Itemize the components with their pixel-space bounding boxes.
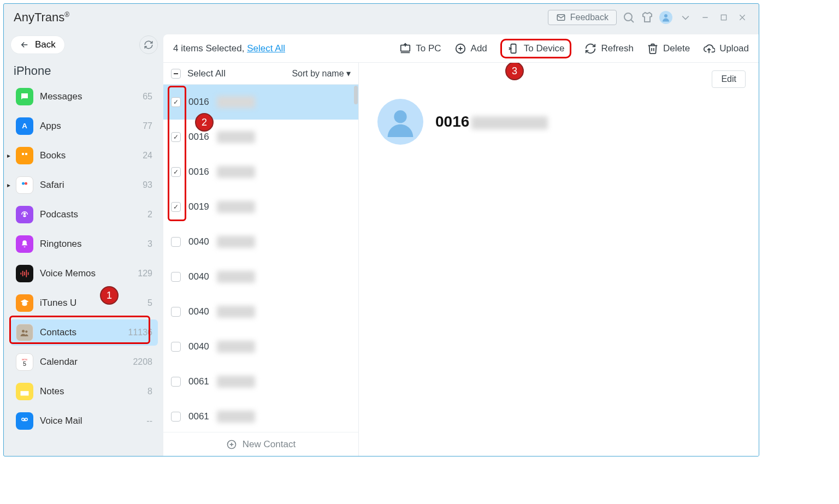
row-checkbox[interactable] [171,167,181,177]
row-checkbox[interactable] [171,97,181,107]
redacted-text [217,411,255,423]
profile-icon[interactable] [659,11,672,24]
voice-mail-icon [16,412,33,430]
sidebar-refresh-icon[interactable] [139,35,158,54]
books-icon [16,147,33,164]
to-pc-button[interactable]: To PC [399,43,441,55]
redacted-text [217,376,255,388]
sidebar-item-count: 5 [147,298,152,308]
contact-avatar [377,99,423,145]
ringtones-icon [16,235,33,253]
sidebar-item-label: Calendar [40,357,78,367]
svg-text:A: A [22,122,27,130]
sidebar-item-count: 77 [143,121,152,131]
select-all-checkbox[interactable] [171,69,181,79]
refresh-button[interactable]: Refresh [584,43,634,55]
toolbar: 4 items Selected, Select All To PC Add T… [163,34,759,63]
scrollbar-thumb[interactable] [354,86,358,104]
close-icon[interactable] [736,13,749,22]
sidebar-item-count: 129 [138,269,152,278]
contact-row[interactable]: 0040 [163,294,358,329]
sidebar-item-count: 2 [147,210,152,220]
dropdown-icon[interactable] [678,12,693,23]
sidebar-item-label: Podcasts [40,209,78,220]
titlebar: AnyTrans® Feedback [4,4,759,31]
contact-number: 0019 [188,201,209,212]
redacted-text [217,96,255,108]
contact-row[interactable]: 0016 [163,85,358,120]
back-button[interactable]: Back [10,35,65,54]
svg-rect-11 [25,153,27,155]
app-title-mark: ® [64,11,69,19]
svg-point-3 [664,14,667,17]
row-checkbox[interactable] [171,307,181,317]
contact-row[interactable]: 0040 [163,224,358,259]
sidebar-item-calendar[interactable]: MON5Calendar2208 [10,349,158,375]
redacted-text [217,236,255,248]
redacted-text [217,271,255,283]
sidebar-item-label: Contacts [40,327,76,338]
contact-number: 0040 [188,306,209,317]
svg-rect-5 [721,15,726,20]
app-window: AnyTrans® Feedback [3,3,759,456]
row-checkbox[interactable] [171,202,181,212]
sidebar-item-label: Safari [40,180,64,191]
sort-dropdown[interactable]: Sort by name ▾ [292,68,351,79]
row-checkbox[interactable] [171,377,181,387]
sidebar-item-podcasts[interactable]: Podcasts2 [10,201,158,228]
svg-rect-10 [22,153,24,155]
sidebar-item-label: Voice Memos [40,268,96,279]
maximize-icon[interactable] [717,13,730,22]
select-all-link[interactable]: Select All [247,43,285,54]
svg-point-20 [22,330,25,333]
sidebar-item-count: 93 [143,180,152,190]
feedback-button[interactable]: Feedback [548,10,617,25]
contact-row[interactable]: 0016 [163,155,358,189]
minimize-icon[interactable] [699,13,712,22]
redacted-text [217,341,255,353]
search-icon[interactable] [622,11,635,24]
row-checkbox[interactable] [171,272,181,282]
sidebar-item-voice-memos[interactable]: Voice Memos129 [10,260,158,287]
redacted-text [217,306,255,318]
contact-row[interactable]: 0061 [163,399,358,432]
svg-rect-25 [21,391,29,395]
row-checkbox[interactable] [171,342,181,352]
feedback-label: Feedback [570,13,608,22]
sidebar-item-safari[interactable]: ▸Safari93 [10,172,158,198]
row-checkbox[interactable] [171,237,181,247]
sidebar-item-label: iTunes U [40,298,76,309]
contact-row[interactable]: 0019 [163,189,358,224]
contact-row[interactable]: 0040 [163,259,358,294]
sidebar-item-itunes-u[interactable]: iTunes U5 [10,290,158,316]
contact-row[interactable]: 0016 [163,120,358,155]
add-button[interactable]: Add [454,43,487,55]
row-checkbox[interactable] [171,132,181,142]
sidebar-item-ringtones[interactable]: Ringtones3 [10,231,158,257]
redacted-text [217,131,255,143]
contact-number: 0016 [188,97,209,108]
sidebar-item-contacts[interactable]: Contacts11136 [10,319,158,346]
sidebar-item-books[interactable]: ▸Books24 [10,143,158,169]
sidebar-item-apps[interactable]: AApps77 [10,113,158,139]
sidebar-item-label: Messages [40,91,82,102]
new-contact-button[interactable]: New Contact [163,432,358,456]
skin-icon[interactable] [641,11,654,24]
contact-row[interactable]: 0061 [163,364,358,399]
upload-button[interactable]: Upload [703,43,749,55]
delete-button[interactable]: Delete [647,43,690,55]
sidebar-item-notes[interactable]: Notes8 [10,378,158,405]
contact-number: 0061 [188,411,209,422]
svg-text:5: 5 [23,360,26,367]
sidebar-item-voice-mail[interactable]: Voice Mail-- [10,408,158,434]
svg-point-12 [22,182,25,185]
contact-row[interactable]: 0040 [163,329,358,364]
row-checkbox[interactable] [171,412,181,422]
sidebar-item-messages[interactable]: Messages65 [10,84,158,110]
sidebar-item-label: Notes [40,386,64,397]
mail-icon [556,13,566,22]
edit-button[interactable]: Edit [712,70,746,88]
to-device-button[interactable]: To Device [500,39,572,58]
svg-line-2 [631,20,634,22]
sidebar-item-count: 11136 [128,328,153,337]
